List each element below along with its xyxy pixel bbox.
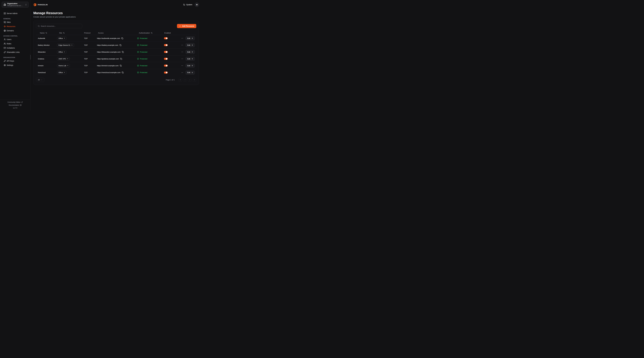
page-size-select[interactable]: 20 [36,78,44,82]
row-menu-button[interactable] [181,71,184,74]
last-page-button[interactable] [193,78,196,82]
documentation-link[interactable]: Documentation [0,104,30,106]
edit-label: Edit [187,51,190,53]
access-url: https://authentik.example.com [97,37,120,39]
sidebar-item-resources[interactable]: Resources [0,24,30,29]
sidebar-item-label: Settings [7,64,13,66]
sidebar-item-label: Users [7,39,12,41]
sidebar-item-label: Sites [7,21,11,23]
edit-button[interactable]: Edit [186,43,195,47]
sidebar-item-domains[interactable]: Domains [0,29,30,33]
add-resource-button[interactable]: Add Resource [177,24,196,28]
sidebar-item-settings[interactable]: Settings [0,63,30,67]
shield-check-icon [137,58,139,60]
row-menu-button[interactable] [181,51,184,53]
user-icon [3,39,6,41]
sidebar-scrollbar-thumb[interactable] [30,55,31,60]
enabled-toggle[interactable] [164,44,168,46]
enabled-toggle[interactable] [164,37,168,39]
site-link-home-lab[interactable]: Home Lab [57,64,70,67]
sidebar-item-roles[interactable]: Roles [0,42,30,46]
sidebar-item-label: Resources [7,25,15,28]
brand-name: PANGOLIN [38,4,48,6]
protocol-cell: TCP [84,58,97,60]
row-menu-button[interactable] [181,44,184,46]
row-menu-button[interactable] [181,37,184,40]
copy-url-button[interactable] [120,44,122,46]
sidebar-item-label: Shareable Links [7,51,20,53]
arrow-right-icon [191,72,193,74]
row-menu-button[interactable] [181,58,184,60]
sidebar-item-label: Roles [7,43,11,45]
search-input[interactable] [41,25,81,27]
site-link-office[interactable]: Office [57,37,66,40]
theme-toggle[interactable]: System [183,4,192,6]
prev-page-button[interactable] [183,78,187,82]
arrow-right-icon [191,65,193,67]
edit-button[interactable]: Edit [186,50,195,54]
sidebar: Organization milo@fossorial.io's ... Ser… [0,0,30,111]
enabled-toggle[interactable] [164,51,168,53]
column-header-name[interactable]: Name [36,32,57,34]
sidebar-item-users[interactable]: Users [0,37,30,42]
enabled-toggle[interactable] [164,65,168,67]
copy-url-button[interactable] [122,51,124,53]
arrow-right-icon [191,44,193,46]
site-label: Office [58,72,63,74]
sidebar-item-shareable-links[interactable]: Shareable Links [0,50,30,54]
theme-label: System [186,4,192,6]
arrow-up-right-icon [64,72,65,73]
site-link-aws-vpc[interactable]: AWS VPC [57,57,70,61]
edit-button[interactable]: Edit [186,36,195,40]
edit-button[interactable]: Edit [186,64,195,68]
resource-row-grafana: GrafanaAWS VPCTCPhttps://grafana.example… [36,56,196,62]
copy-url-button[interactable] [121,37,123,39]
sidebar-item-sites[interactable]: Sites [0,20,30,24]
site-link-office[interactable]: Office [57,71,66,74]
edit-button[interactable]: Edit [186,57,195,61]
column-label: Authentication [139,32,150,34]
copy-url-button[interactable] [120,58,122,60]
site-link-edge-device-01[interactable]: Edge Device 01 [57,44,74,47]
shield-check-icon [137,51,139,53]
copy-url-button[interactable] [122,72,124,74]
nav-section-access-control: ACCESS CONTROL [0,35,30,37]
sidebar-item-api-keys[interactable]: API Keys [0,59,30,63]
sidebar-item-server-admin[interactable]: Server Admin [0,11,30,16]
pagination-buttons [178,78,196,82]
sidebar-item-invitations[interactable]: Invitations [0,46,30,50]
first-page-button[interactable] [178,78,182,82]
community-edition-link[interactable]: Community Edition [0,101,30,103]
copy-url-button[interactable] [120,65,122,67]
arrow-up-right-icon [67,65,68,66]
globe-icon [3,30,6,32]
enabled-cell [164,65,178,67]
resource-name: Authentik [36,37,57,39]
enabled-toggle[interactable] [164,58,168,60]
site-link-office[interactable]: Office [57,50,66,54]
column-header-authentication[interactable]: Authentication [137,32,164,34]
edit-button[interactable]: Edit [186,71,195,75]
avatar[interactable]: M [195,3,199,7]
row-actions: Edit [178,36,196,40]
enabled-toggle[interactable] [164,72,168,74]
arrow-up-right-icon [64,38,65,39]
brand-logo[interactable]: PANGOLIN [33,3,48,7]
chevrons-up-down-icon [25,4,27,6]
building-icon [4,4,6,6]
resources-card: Add Resource NameSiteProtocolAccessAuthe… [33,21,199,85]
column-header-site[interactable]: Site [57,32,84,34]
documentation-label: Documentation [9,104,19,106]
page-title: Manage Resources [33,11,199,15]
row-actions: Edit [178,43,196,47]
next-page-button[interactable] [188,78,192,82]
row-menu-button[interactable] [181,64,184,67]
app-root: Organization milo@fossorial.io's ... Ser… [0,0,202,111]
page-size-value: 20 [38,79,40,81]
org-switcher[interactable]: Organization milo@fossorial.io's ... [2,2,28,8]
resource-row-battery-monitor: Battery MonitorEdge Device 01TCPhttps://… [36,42,196,49]
pagination-info: Page 1 of 1 [166,79,175,81]
moon-icon [183,4,185,6]
edit-label: Edit [187,44,190,46]
column-header-protocol: Protocol [84,32,97,34]
